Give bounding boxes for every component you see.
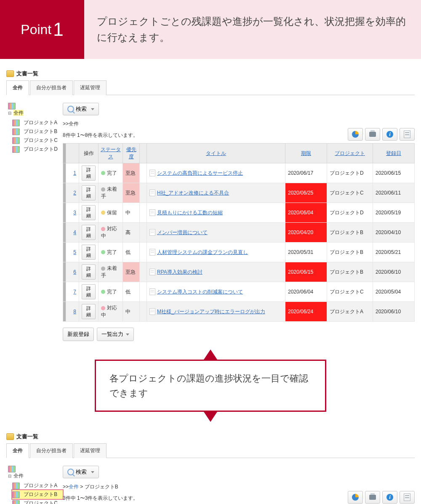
- cell-status: 未着手: [99, 262, 123, 282]
- table-row: 6詳細未着手至急RPA導入効果の検討2020/06/15プロジェクトB2020/…: [63, 262, 415, 282]
- col-priority[interactable]: 優先度: [123, 144, 140, 163]
- print-button[interactable]: [365, 128, 380, 141]
- tree-root-label[interactable]: 全件: [13, 110, 24, 116]
- tree-toggle-icon[interactable]: ⊟: [8, 111, 12, 115]
- detail-button[interactable]: 詳細: [82, 205, 96, 220]
- list-button[interactable]: [400, 491, 415, 504]
- export-button[interactable]: 一覧出力: [97, 328, 134, 341]
- tree-toggle-icon[interactable]: ⊟: [8, 474, 12, 478]
- book-icon: [12, 137, 20, 144]
- chart-button[interactable]: [348, 491, 363, 504]
- detail-button[interactable]: 詳細: [82, 185, 96, 200]
- tabs: 全件自分が担当者遅延管理: [6, 443, 415, 458]
- tab-1[interactable]: 自分が担当者: [30, 80, 73, 95]
- cell-due: 2020/06/17: [285, 163, 327, 183]
- title-link[interactable]: システムの高負荷によるサービス停止: [157, 170, 243, 176]
- row-number[interactable]: 6: [73, 269, 76, 275]
- tree-item-1[interactable]: プロジェクトB: [12, 490, 63, 499]
- breadcrumb-all[interactable]: 全件: [69, 484, 79, 490]
- tree-item-0[interactable]: プロジェクトA: [12, 481, 63, 490]
- cell-title: 見積もりにかける工数の短縮: [147, 203, 285, 223]
- cell-status: 保留: [99, 203, 123, 223]
- title-link[interactable]: RPA導入効果の検討: [157, 269, 203, 275]
- tree-root-label[interactable]: 全件: [13, 473, 24, 479]
- detail-button[interactable]: 詳細: [82, 284, 96, 299]
- row-number[interactable]: 8: [73, 309, 76, 315]
- cell-due: 2020/06/25: [285, 183, 327, 203]
- book-icon: [8, 103, 16, 109]
- row-number[interactable]: 4: [73, 229, 76, 235]
- row-handle[interactable]: [63, 203, 66, 223]
- detail-button[interactable]: 詳細: [82, 304, 96, 319]
- table-row: 7詳細完了低システム導入コストの削減案について2020/06/04プロジェクトC…: [63, 282, 415, 302]
- document-icon: [149, 308, 155, 315]
- title-link[interactable]: システム導入コストの削減案について: [157, 289, 243, 295]
- info-button[interactable]: i: [382, 128, 397, 141]
- title-link[interactable]: メンバー増員について: [157, 229, 208, 235]
- tree-item-3[interactable]: プロジェクトD: [12, 145, 63, 154]
- document-icon: [149, 170, 155, 176]
- cell-status: 完了: [99, 163, 123, 183]
- cell-project: プロジェクトD: [327, 203, 373, 223]
- row-handle[interactable]: [63, 163, 66, 183]
- search-button[interactable]: 検索: [63, 466, 99, 478]
- point-number: 1: [53, 19, 63, 40]
- detail-button[interactable]: 詳細: [82, 165, 96, 181]
- tree-item-2[interactable]: プロジェクトC: [12, 499, 63, 504]
- cell-status: 未着手: [99, 183, 123, 203]
- book-icon: [12, 500, 20, 504]
- col-op: 操作: [79, 144, 99, 163]
- tree-root[interactable]: ⊟ 全件: [8, 466, 63, 480]
- tree-root[interactable]: ⊟ 全件: [8, 103, 63, 117]
- row-number[interactable]: 1: [73, 170, 76, 176]
- col-project[interactable]: プロジェクト: [327, 144, 373, 163]
- title-link[interactable]: H社_アドオン改修による不具合: [157, 190, 229, 196]
- row-handle[interactable]: [63, 183, 66, 203]
- document-icon: [149, 269, 155, 275]
- row-handle[interactable]: [63, 282, 66, 302]
- cell-reg: 2020/05/19: [373, 203, 415, 223]
- title-link[interactable]: M社様_バージョンアップ時にエラーログが出力: [157, 309, 265, 315]
- info-button[interactable]: i: [382, 491, 397, 504]
- row-number[interactable]: 5: [73, 249, 76, 255]
- col-title[interactable]: タイトル: [147, 144, 285, 163]
- col-reg[interactable]: 登録日: [373, 144, 415, 163]
- chart-button[interactable]: [348, 128, 363, 141]
- row-handle[interactable]: [63, 262, 66, 282]
- point-description: プロジェクトごとの残課題や進捗が一覧化され、状況把握を効率的に行なえます。: [84, 0, 421, 59]
- detail-button[interactable]: 詳細: [82, 245, 96, 260]
- tab-2[interactable]: 遅延管理: [74, 443, 107, 458]
- col-status[interactable]: ステータス: [99, 144, 123, 163]
- document-icon: [149, 288, 155, 295]
- status-dot-icon: [101, 306, 105, 310]
- tree-item-2[interactable]: プロジェクトC: [12, 136, 63, 145]
- row-number[interactable]: 7: [73, 289, 76, 295]
- cell-project: プロジェクトB: [327, 262, 373, 282]
- pie-chart-icon: [352, 494, 359, 501]
- detail-button[interactable]: 詳細: [82, 264, 96, 280]
- book-icon: [12, 128, 20, 135]
- tab-2[interactable]: 遅延管理: [74, 80, 107, 95]
- new-button[interactable]: 新規登録: [63, 328, 94, 341]
- title-link[interactable]: 人材管理システムの課金プランの見直し: [157, 249, 248, 255]
- title-link[interactable]: 見積もりにかける工数の短縮: [157, 210, 223, 216]
- tree-item-0[interactable]: プロジェクトA: [12, 118, 63, 127]
- detail-button[interactable]: 詳細: [82, 225, 96, 240]
- cell-reg: 2020/06/10: [373, 302, 415, 322]
- cell-title: システム導入コストの削減案について: [147, 282, 285, 302]
- tree-item-1[interactable]: プロジェクトB: [12, 127, 63, 136]
- cell-priority: 中: [123, 203, 140, 223]
- print-button[interactable]: [365, 491, 380, 504]
- list-button[interactable]: [400, 128, 415, 141]
- folder-icon: [6, 70, 14, 77]
- search-button[interactable]: 検索: [63, 103, 99, 115]
- tab-0[interactable]: 全件: [6, 80, 29, 95]
- tab-0[interactable]: 全件: [6, 443, 29, 458]
- row-number[interactable]: 2: [73, 190, 76, 196]
- row-number[interactable]: 3: [73, 210, 76, 216]
- col-due[interactable]: 期限: [285, 144, 327, 163]
- tab-1[interactable]: 自分が担当者: [30, 443, 73, 458]
- row-handle[interactable]: [63, 223, 66, 243]
- row-handle[interactable]: [63, 302, 66, 322]
- row-handle[interactable]: [63, 243, 66, 262]
